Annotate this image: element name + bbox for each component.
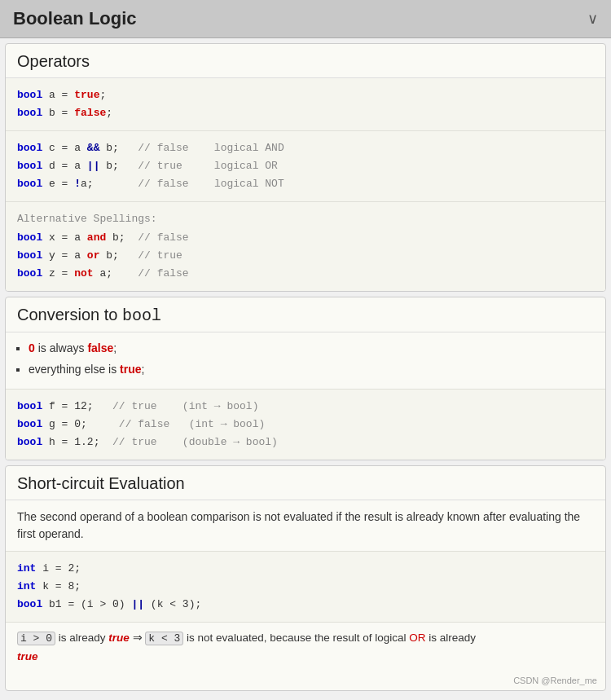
section-conversion: Conversion to bool 0 is always false; ev… <box>5 297 606 460</box>
footer-note: CSDN @Render_me <box>6 672 605 690</box>
code-block-conversion: bool f = 12; // true (int → bool) bool g… <box>6 390 605 460</box>
code-line: int k = 8; <box>17 578 594 596</box>
inline-code-i-gt-0: i > 0 <box>17 632 55 645</box>
code-line: bool f = 12; // true (int → bool) <box>17 398 594 416</box>
section-title-short-circuit: Short-circuit Evaluation <box>6 466 605 500</box>
code-block-short-circuit: int i = 2; int k = 8; bool b1 = (i > 0) … <box>6 552 605 623</box>
code-line: bool b1 = (i > 0) || (k < 3); <box>17 596 594 614</box>
code-line: bool g = 0; // false (int → bool) <box>17 416 594 434</box>
code-line: bool z = not a; // false <box>17 265 594 283</box>
page-header: Boolean Logic ∨ <box>0 0 611 38</box>
chevron-down-icon[interactable]: ∨ <box>587 10 598 28</box>
bullet-item-2: everything else is true; <box>29 360 594 378</box>
code-line: bool b = false; <box>17 104 594 122</box>
code-block-operators-2: bool c = a && b; // false logical AND bo… <box>6 131 605 202</box>
code-block-operators-1: bool a = true; bool b = false; <box>6 78 605 131</box>
conversion-bullets: 0 is always false; everything else is tr… <box>6 332 605 390</box>
code-line: int i = 2; <box>17 560 594 578</box>
section-short-circuit: Short-circuit Evaluation The second oper… <box>5 465 606 691</box>
section-title-operators: Operators <box>6 44 605 78</box>
code-line: bool d = a || b; // true logical OR <box>17 157 594 175</box>
section-title-conversion: Conversion to bool <box>6 297 605 332</box>
inline-code-k-lt-3: k < 3 <box>145 632 183 645</box>
code-line: bool x = a and b; // false <box>17 229 594 247</box>
code-line: bool c = a && b; // false logical AND <box>17 139 594 157</box>
code-line: bool h = 1.2; // true (double → bool) <box>17 434 594 451</box>
code-line: bool a = true; <box>17 86 594 104</box>
code-block-operators-3: Alternative Spellings: bool x = a and b;… <box>6 202 605 290</box>
page-title: Boolean Logic <box>13 8 137 29</box>
section-operators: Operators bool a = true; bool b = false;… <box>5 43 606 292</box>
code-line: bool y = a or b; // true <box>17 247 594 265</box>
short-circuit-prose: The second operand of a boolean comparis… <box>6 500 605 552</box>
bullet-item-1: 0 is always false; <box>29 339 594 357</box>
code-line-alt-header: Alternative Spellings: <box>17 210 594 228</box>
code-line: bool e = !a; // false logical NOT <box>17 175 594 193</box>
short-circuit-note: i > 0 is already true ⇒ k < 3 is not eva… <box>6 623 605 671</box>
